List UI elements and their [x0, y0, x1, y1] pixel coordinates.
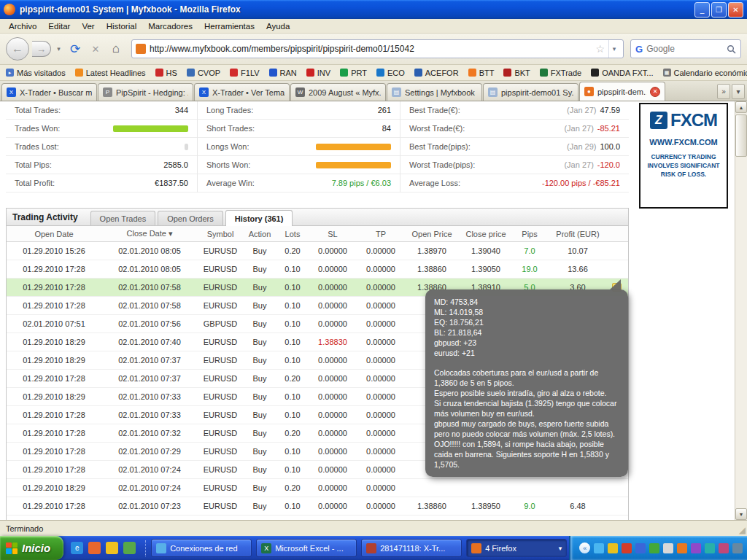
bookmark-item[interactable]: FXTrade — [540, 69, 581, 77]
menu-item[interactable]: Archivo — [3, 20, 42, 32]
scroll-down-arrow-icon[interactable]: ▼ — [735, 508, 747, 520]
taskbar-divider — [145, 540, 147, 556]
quick-launch-icon[interactable]: e — [71, 542, 83, 554]
bookmark-item[interactable]: HS — [155, 69, 177, 77]
bookmark-item[interactable]: ECO — [376, 69, 405, 77]
tray-icon[interactable] — [635, 543, 646, 553]
bookmark-item[interactable]: BTT — [468, 69, 495, 77]
column-header-open-date[interactable]: Open Date — [7, 230, 101, 238]
cell-open-date: 01.29.2010 17:28 — [7, 411, 101, 419]
bookmark-item[interactable]: BKT — [503, 69, 530, 77]
tray-icon[interactable] — [691, 543, 701, 553]
browser-tab[interactable]: X X-Trader • Ver Tema... — [194, 83, 290, 101]
stat-label: Longs Won: — [206, 142, 249, 151]
activity-tab[interactable]: History (361) — [225, 210, 293, 226]
table-row[interactable]: 01.29.2010 15:26 02.01.2010 08:05 EURUSD… — [7, 242, 628, 260]
tray-icon[interactable] — [608, 543, 618, 553]
back-button[interactable]: ← — [6, 37, 29, 61]
column-header-sl[interactable]: SL — [309, 230, 357, 238]
column-header-action[interactable]: Action — [243, 230, 276, 238]
tab-close-icon[interactable]: ✕ — [650, 87, 660, 97]
tray-icon[interactable] — [732, 543, 743, 553]
tray-icon[interactable] — [719, 543, 729, 553]
menu-item[interactable]: Historial — [101, 20, 143, 32]
tab-overflow-button[interactable]: » — [717, 84, 730, 99]
fxcm-disclaimer: CURRENCY TRADING INVOLVES SIGNIFICANT RI… — [640, 152, 727, 179]
bookmark-item[interactable]: ▦ Calendario económico — [663, 69, 747, 77]
google-logo-icon[interactable]: G — [635, 44, 643, 55]
taskbar-window-button[interactable]: 4 Firefox ▾ — [466, 539, 567, 557]
restore-button[interactable]: ❐ — [711, 2, 727, 18]
search-magnifier-icon[interactable] — [727, 44, 736, 54]
browser-tab[interactable]: X X-Trader • Buscar m... — [1, 83, 97, 101]
taskbar-window-button[interactable]: X Microsoft Excel - ... — [256, 539, 357, 557]
bookmark-item[interactable]: Latest Headlines — [75, 69, 146, 77]
home-button[interactable]: ⌂ — [107, 40, 125, 58]
start-button[interactable]: Inicio — [0, 536, 63, 560]
menu-item[interactable]: Editar — [42, 20, 76, 32]
menu-item[interactable]: Ver — [76, 20, 100, 32]
cell-close-price: 1.39050 — [459, 265, 513, 273]
scrollbar-thumb[interactable] — [735, 114, 747, 157]
tray-chevron-icon[interactable]: « — [579, 542, 590, 553]
bookmark-star-icon[interactable]: ☆ — [595, 43, 605, 55]
reload-button[interactable]: ⟳ — [66, 40, 84, 58]
bookmark-item[interactable]: OANDA FXT... — [591, 69, 653, 77]
cell-lots: 0.10 — [276, 301, 309, 310]
history-dropdown-icon[interactable]: ▾ — [54, 45, 63, 52]
column-header-pips[interactable]: Pips — [513, 230, 546, 238]
tray-icon[interactable] — [594, 543, 604, 553]
forward-button[interactable]: → — [32, 41, 51, 57]
address-bar-input[interactable] — [150, 44, 592, 54]
menu-item[interactable]: Herramientas — [198, 20, 260, 32]
browser-tab[interactable]: ● pipspirit-dem... ✕ — [579, 82, 665, 101]
column-header-open-price[interactable]: Open Price — [405, 230, 459, 238]
stat-label: Total Pips: — [15, 160, 52, 169]
vertical-scrollbar[interactable]: ▲ ▼ — [735, 101, 747, 520]
bookmark-item[interactable]: ▸ Más visitados — [6, 69, 66, 77]
menu-item[interactable]: Marcadores — [142, 20, 198, 32]
activity-tab[interactable]: Open Orders — [158, 211, 223, 225]
search-input[interactable] — [646, 44, 723, 54]
table-row[interactable]: 01.29.2010 17:28 02.01.2010 08:05 EURUSD… — [7, 260, 628, 279]
table-row[interactable]: 01.29.2010 17:28 02.01.2010 07:23 EURUSD… — [7, 497, 628, 516]
minimize-button[interactable]: _ — [694, 2, 710, 18]
activity-tab[interactable]: Open Trades — [90, 211, 156, 225]
tray-icon[interactable] — [649, 543, 659, 553]
browser-tab[interactable]: ▤ Settings | Myfxbook — [387, 83, 482, 101]
menu-item[interactable]: Ayuda — [260, 20, 295, 32]
quick-launch-icon[interactable] — [88, 542, 101, 554]
tray-icon[interactable] — [677, 543, 687, 553]
column-header-close-date[interactable]: Close Date ▾ — [101, 229, 198, 238]
tray-icon[interactable] — [705, 543, 715, 553]
taskbar-window-button[interactable]: Conexiones de red — [151, 539, 252, 557]
column-header-lots[interactable]: Lots — [276, 230, 309, 238]
close-button[interactable]: ✕ — [728, 2, 743, 18]
bookmark-item[interactable]: ACEFOR — [414, 69, 459, 77]
bookmark-item[interactable]: F1LV — [230, 69, 259, 77]
browser-tab[interactable]: ▤ pipspirit-demo01 Sy... — [483, 83, 578, 101]
quick-launch-icon[interactable] — [106, 542, 118, 554]
window-titlebar[interactable]: pipspirit-demo01 System | Myfxbook - Moz… — [0, 0, 747, 19]
bookmark-item[interactable]: CVOP — [187, 69, 220, 77]
table-row[interactable]: 01.29.2010 18:29 02.01.2010 07:24 EURUSD… — [7, 479, 628, 497]
browser-tab[interactable]: W 2009 August « Myfx... — [290, 83, 386, 101]
list-all-tabs-button[interactable]: ▾ — [732, 84, 745, 99]
browser-tab[interactable]: P PipSpirit - Hedging: ... — [98, 83, 193, 101]
fxcm-ad-banner[interactable]: Z FXCM WWW.FXCM.COM CURRENCY TRADING INV… — [639, 103, 728, 209]
taskbar-window-button[interactable]: 281471118: X-Tr... — [361, 539, 462, 557]
column-header-tp[interactable]: TP — [357, 230, 405, 238]
bookmark-item[interactable]: INV — [306, 69, 330, 77]
bookmark-item[interactable]: RAN — [269, 69, 297, 77]
bookmark-item[interactable]: PRT — [340, 69, 367, 77]
tray-icon[interactable] — [622, 543, 632, 553]
url-dropdown-icon[interactable]: ▾ — [608, 40, 619, 58]
column-header-close-price[interactable]: Close price — [459, 230, 513, 238]
stop-button[interactable]: ✕ — [87, 40, 104, 58]
resize-grip-icon[interactable]: ◢ — [739, 525, 746, 535]
quick-launch-icon[interactable] — [123, 542, 136, 554]
scroll-up-arrow-icon[interactable]: ▲ — [735, 101, 747, 113]
column-header-profit[interactable]: Profit (EUR) — [546, 230, 609, 238]
column-header-symbol[interactable]: Symbol — [198, 230, 243, 238]
tray-icon[interactable] — [663, 543, 673, 553]
